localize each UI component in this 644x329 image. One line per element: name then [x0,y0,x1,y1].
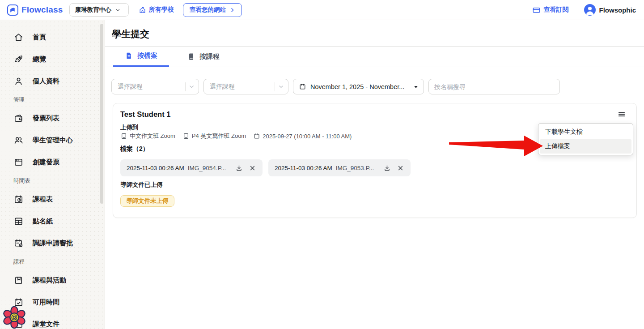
window-icon [13,157,24,167]
remove-file-button[interactable] [247,163,257,173]
sidebar-item-schedule[interactable]: 課程表 [0,188,105,210]
class-icon [120,132,127,140]
view-subscription-link[interactable]: 查看訂閱 [532,6,569,14]
files-count-label: 檔案（2） [120,145,149,153]
calendar-play-icon [13,238,24,248]
all-schools-link[interactable]: 所有學校 [139,6,174,14]
remove-file-button[interactable] [395,163,405,173]
course-select-2-placeholder: 選擇課程 [210,83,275,91]
menu-item-download-student-docs[interactable]: 下載學生文檔 [540,125,631,139]
course-select-1-placeholder: 選擇課程 [118,83,185,91]
session-time: 2025-09-27 (10:00 AM - 11:00 AM) [253,132,352,140]
card-menu-button[interactable] [616,109,627,120]
session-time-value: 2025-09-27 (10:00 AM - 11:00 AM) [263,133,352,140]
filter-bar: 選擇課程 選擇課程 November 1, 2025 - November... [111,79,560,94]
select-divider [275,82,275,91]
sidebar-scrollbar[interactable] [100,24,103,204]
download-icon [235,164,243,172]
sidebar-section-timetable: 時間表 [0,173,105,188]
tutor-files-label: 導師文件已上傳 [120,181,163,189]
sidebar-item-home[interactable]: 首頁 [0,26,105,48]
tab-label: 按課程 [199,52,220,61]
sidebar-item-overview[interactable]: 總覽 [0,48,105,70]
page-title: 學生提交 [112,28,149,40]
sidebar-section-courses: 課程 [0,254,105,269]
class-tag: 中文作文班 Zoom [120,132,175,140]
download-file-button[interactable] [234,163,244,173]
wallet-icon [13,113,24,124]
uploaded-to-label: 上傳到 [120,124,139,132]
all-schools-label: 所有學校 [149,6,174,14]
close-icon [249,164,256,172]
sidebar-item-label: 可用時間 [33,298,59,307]
sidebar-item-label: 發票列表 [33,114,59,123]
sidebar-section-management: 管理 [0,92,105,107]
student-name: Test Student 1 [120,110,170,119]
view-site-button[interactable]: 查看您的網站 [183,3,242,17]
main-content: 學生提交 按檔案 按課程 選擇課程 選擇課程 [105,20,644,329]
calendar-clock-icon [13,194,24,205]
sidebar-item-invoice-list[interactable]: 發票列表 [0,107,105,129]
tab-bar: 按檔案 按課程 [105,46,644,67]
course-select-2[interactable]: 選擇課程 [203,79,288,94]
date-range-picker[interactable]: November 1, 2025 - November... [293,79,424,94]
sidebar-item-attendance[interactable]: 點名紙 [0,210,105,232]
sidebar-item-label: 學生管理中心 [33,136,73,145]
class-tag: P4 英文寫作班 Zoom [182,132,246,140]
sidebar-item-label: 課程表 [33,195,53,204]
submission-meta: 中文作文班 Zoom P4 英文寫作班 Zoom 2025-09-27 (10:… [120,132,352,140]
brand-name: Flowclass [21,5,63,15]
calendar-icon [299,83,306,90]
view-subscription-label: 查看訂閱 [544,6,569,14]
class-name: 中文作文班 Zoom [130,132,175,140]
file-icon [125,51,133,60]
table-icon [13,216,24,226]
school-selector-value: 康琳教育中心 [75,6,111,14]
file-chip-list: 2025-11-03 00:26 AM IMG_9054.P... 2025-1… [120,159,411,176]
tab-by-file[interactable]: 按檔案 [113,46,169,67]
sidebar-item-label: 首頁 [33,33,46,42]
tab-by-course[interactable]: 按課程 [175,46,231,67]
home-icon [13,32,24,43]
download-file-button[interactable] [382,163,392,173]
card-context-menu: 下載學生文檔 上傳檔案 [538,123,633,155]
submission-card: Test Student 1 上傳到 中文作文班 Zoom P4 英文寫作班 Z… [113,103,637,218]
view-site-label: 查看您的網站 [190,6,226,14]
menu-item-upload-files[interactable]: 上傳檔案 [540,139,631,154]
sidebar-item-label: 課程與活動 [33,276,66,285]
brand-logo[interactable]: Flowclass [7,4,63,16]
sidebar-item-courses-activities[interactable]: 課程與活動 [0,269,105,291]
sidebar-item-student-center[interactable]: 學生管理中心 [0,129,105,151]
close-icon [397,164,404,172]
sidebar-item-create-invoice[interactable]: 創建發票 [0,151,105,173]
search-input[interactable] [434,83,554,90]
course-select-1[interactable]: 選擇課程 [111,79,199,94]
school-selector-dropdown[interactable]: 康琳教育中心 [69,3,129,17]
file-chip: 2025-11-03 00:26 AM IMG_9053.P... [268,159,411,176]
user-icon [13,76,24,86]
sidebar-item-label: 總覽 [33,55,46,64]
sidebar-nav: 首頁 總覽 個人資料 管理 發票列表 學生管理中心 創建發票 時間表 課程表 [0,20,105,329]
user-avatar-icon [584,4,596,16]
sidebar-item-reschedule-approval[interactable]: 調課申請審批 [0,232,105,254]
tutor-files-status-badge: 導師文件未上傳 [120,195,174,207]
class-name: P4 英文寫作班 Zoom [192,132,246,140]
users-icon [13,135,24,145]
sidebar-item-label: 課堂文件 [33,320,59,329]
sidebar-item-label: 調課申請審批 [33,239,73,248]
sidebar-item-profile[interactable]: 個人資料 [0,70,105,92]
chevron-down-icon [188,83,195,90]
caret-down-icon [414,85,418,89]
building-icon [139,6,146,14]
calendar-icon [253,132,260,140]
user-menu[interactable]: Flowsophic [584,4,636,16]
class-icon [182,132,190,140]
app-window: Flowclass 康琳教育中心 所有學校 查看您的網站 查看訂閱 Flowso… [0,0,644,329]
rocket-icon [13,54,24,64]
book-icon [13,275,24,286]
file-name: IMG_9053.P... [336,165,378,171]
sidebar-item-label: 創建發票 [33,158,59,167]
file-timestamp: 2025-11-03 00:26 AM [275,165,332,171]
tab-label: 按檔案 [137,51,157,60]
sidebar-item-label: 個人資料 [33,77,59,85]
